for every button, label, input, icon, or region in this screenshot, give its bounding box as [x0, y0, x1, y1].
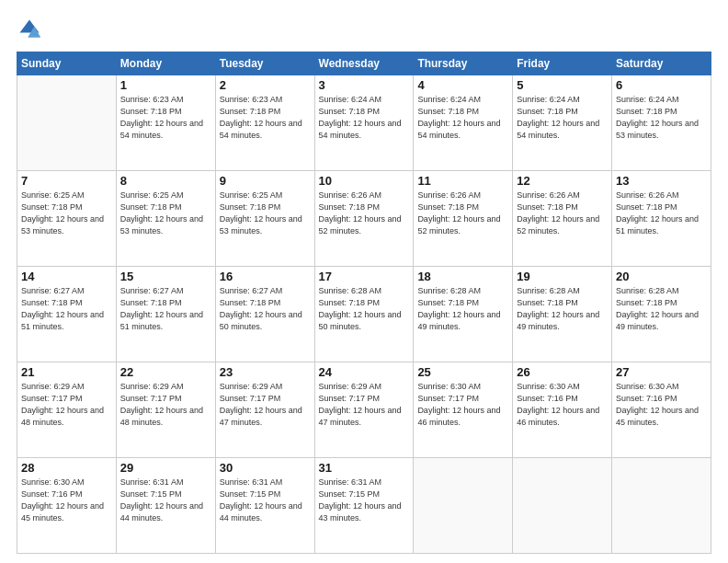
- calendar-cell: 15Sunrise: 6:27 AMSunset: 7:18 PMDayligh…: [116, 267, 215, 362]
- calendar-cell: 13Sunrise: 6:26 AMSunset: 7:18 PMDayligh…: [612, 171, 711, 267]
- calendar-cell: 4Sunrise: 6:24 AMSunset: 7:18 PMDaylight…: [414, 75, 513, 171]
- calendar-cell: 19Sunrise: 6:28 AMSunset: 7:18 PMDayligh…: [513, 267, 612, 362]
- logo-icon: [17, 17, 42, 42]
- logo: [17, 17, 46, 42]
- week-row-0: 1Sunrise: 6:23 AMSunset: 7:18 PMDaylight…: [17, 75, 711, 171]
- day-number: 25: [417, 365, 508, 379]
- calendar-cell: 18Sunrise: 6:28 AMSunset: 7:18 PMDayligh…: [414, 267, 513, 362]
- calendar-cell: 17Sunrise: 6:28 AMSunset: 7:18 PMDayligh…: [314, 267, 414, 362]
- calendar-cell: 14Sunrise: 6:27 AMSunset: 7:18 PMDayligh…: [17, 267, 117, 362]
- day-number: 21: [21, 365, 112, 379]
- calendar-cell: 5Sunrise: 6:24 AMSunset: 7:18 PMDaylight…: [513, 75, 612, 171]
- week-row-2: 14Sunrise: 6:27 AMSunset: 7:18 PMDayligh…: [17, 267, 711, 362]
- calendar-cell: [17, 75, 117, 171]
- day-number: 8: [120, 174, 211, 188]
- calendar-cell: 22Sunrise: 6:29 AMSunset: 7:17 PMDayligh…: [116, 362, 215, 458]
- weekday-header-tuesday: Tuesday: [215, 52, 314, 75]
- calendar-cell: 10Sunrise: 6:26 AMSunset: 7:18 PMDayligh…: [314, 171, 414, 267]
- day-info: Sunrise: 6:30 AMSunset: 7:16 PMDaylight:…: [21, 477, 112, 524]
- calendar-cell: 3Sunrise: 6:24 AMSunset: 7:18 PMDaylight…: [314, 75, 414, 171]
- day-number: 4: [417, 78, 508, 92]
- day-info: Sunrise: 6:24 AMSunset: 7:18 PMDaylight:…: [319, 94, 410, 142]
- weekday-header-friday: Friday: [513, 52, 612, 75]
- day-number: 14: [21, 270, 112, 283]
- calendar-cell: 26Sunrise: 6:30 AMSunset: 7:16 PMDayligh…: [513, 362, 612, 458]
- calendar-cell: 12Sunrise: 6:26 AMSunset: 7:18 PMDayligh…: [513, 171, 612, 267]
- day-number: 17: [319, 270, 410, 283]
- day-info: Sunrise: 6:25 AMSunset: 7:18 PMDaylight:…: [120, 190, 211, 237]
- day-number: 18: [417, 270, 508, 283]
- calendar-cell: 30Sunrise: 6:31 AMSunset: 7:15 PMDayligh…: [215, 458, 314, 554]
- day-info: Sunrise: 6:28 AMSunset: 7:18 PMDaylight:…: [616, 285, 707, 333]
- day-number: 16: [220, 270, 311, 283]
- day-number: 20: [616, 270, 707, 283]
- day-info: Sunrise: 6:29 AMSunset: 7:17 PMDaylight:…: [319, 381, 410, 429]
- calendar-cell: 20Sunrise: 6:28 AMSunset: 7:18 PMDayligh…: [612, 267, 711, 362]
- calendar-cell: 9Sunrise: 6:25 AMSunset: 7:18 PMDaylight…: [215, 171, 314, 267]
- day-info: Sunrise: 6:31 AMSunset: 7:15 PMDaylight:…: [120, 477, 211, 524]
- weekday-header-thursday: Thursday: [414, 52, 513, 75]
- weekday-header-sunday: Sunday: [17, 52, 117, 75]
- day-info: Sunrise: 6:29 AMSunset: 7:17 PMDaylight:…: [120, 381, 211, 429]
- weekday-header-row: SundayMondayTuesdayWednesdayThursdayFrid…: [17, 52, 711, 75]
- day-number: 30: [220, 461, 311, 475]
- calendar-cell: 29Sunrise: 6:31 AMSunset: 7:15 PMDayligh…: [116, 458, 215, 554]
- day-info: Sunrise: 6:29 AMSunset: 7:17 PMDaylight:…: [220, 381, 311, 429]
- day-number: 10: [319, 174, 410, 188]
- calendar-cell: 31Sunrise: 6:31 AMSunset: 7:15 PMDayligh…: [314, 458, 414, 554]
- day-number: 24: [319, 365, 410, 379]
- day-number: 22: [120, 365, 211, 379]
- day-number: 23: [220, 365, 311, 379]
- calendar-cell: 8Sunrise: 6:25 AMSunset: 7:18 PMDaylight…: [116, 171, 215, 267]
- day-number: 15: [120, 270, 211, 283]
- day-number: 28: [21, 461, 112, 475]
- day-info: Sunrise: 6:24 AMSunset: 7:18 PMDaylight:…: [616, 94, 707, 142]
- day-number: 2: [220, 78, 311, 92]
- weekday-header-saturday: Saturday: [612, 52, 711, 75]
- day-info: Sunrise: 6:26 AMSunset: 7:18 PMDaylight:…: [616, 190, 707, 237]
- calendar-cell: 7Sunrise: 6:25 AMSunset: 7:18 PMDaylight…: [17, 171, 117, 267]
- calendar-cell: 11Sunrise: 6:26 AMSunset: 7:18 PMDayligh…: [414, 171, 513, 267]
- calendar-cell: 16Sunrise: 6:27 AMSunset: 7:18 PMDayligh…: [215, 267, 314, 362]
- day-info: Sunrise: 6:31 AMSunset: 7:15 PMDaylight:…: [220, 477, 311, 524]
- calendar-cell: 21Sunrise: 6:29 AMSunset: 7:17 PMDayligh…: [17, 362, 117, 458]
- weekday-header-monday: Monday: [116, 52, 215, 75]
- day-info: Sunrise: 6:27 AMSunset: 7:18 PMDaylight:…: [220, 285, 311, 333]
- calendar-cell: 24Sunrise: 6:29 AMSunset: 7:17 PMDayligh…: [314, 362, 414, 458]
- day-number: 6: [616, 78, 707, 92]
- calendar-cell: 25Sunrise: 6:30 AMSunset: 7:17 PMDayligh…: [414, 362, 513, 458]
- weekday-header-wednesday: Wednesday: [314, 52, 414, 75]
- day-number: 26: [517, 365, 608, 379]
- day-number: 1: [120, 78, 211, 92]
- day-info: Sunrise: 6:26 AMSunset: 7:18 PMDaylight:…: [319, 190, 410, 237]
- calendar-cell: 6Sunrise: 6:24 AMSunset: 7:18 PMDaylight…: [612, 75, 711, 171]
- week-row-4: 28Sunrise: 6:30 AMSunset: 7:16 PMDayligh…: [17, 458, 711, 554]
- calendar-cell: 2Sunrise: 6:23 AMSunset: 7:18 PMDaylight…: [215, 75, 314, 171]
- day-number: 7: [21, 174, 112, 188]
- day-number: 9: [220, 174, 311, 188]
- calendar-cell: 23Sunrise: 6:29 AMSunset: 7:17 PMDayligh…: [215, 362, 314, 458]
- day-info: Sunrise: 6:30 AMSunset: 7:17 PMDaylight:…: [417, 381, 508, 429]
- day-info: Sunrise: 6:23 AMSunset: 7:18 PMDaylight:…: [220, 94, 311, 142]
- calendar-cell: 28Sunrise: 6:30 AMSunset: 7:16 PMDayligh…: [17, 458, 117, 554]
- page: SundayMondayTuesdayWednesdayThursdayFrid…: [0, 0, 728, 563]
- day-info: Sunrise: 6:31 AMSunset: 7:15 PMDaylight:…: [319, 477, 410, 524]
- calendar-cell: [414, 458, 513, 554]
- day-number: 19: [517, 270, 608, 283]
- day-info: Sunrise: 6:27 AMSunset: 7:18 PMDaylight:…: [120, 285, 211, 333]
- week-row-3: 21Sunrise: 6:29 AMSunset: 7:17 PMDayligh…: [17, 362, 711, 458]
- day-info: Sunrise: 6:30 AMSunset: 7:16 PMDaylight:…: [517, 381, 608, 429]
- day-number: 3: [319, 78, 410, 92]
- day-info: Sunrise: 6:24 AMSunset: 7:18 PMDaylight:…: [417, 94, 508, 142]
- day-info: Sunrise: 6:30 AMSunset: 7:16 PMDaylight:…: [616, 381, 707, 429]
- calendar-cell: 27Sunrise: 6:30 AMSunset: 7:16 PMDayligh…: [612, 362, 711, 458]
- day-info: Sunrise: 6:28 AMSunset: 7:18 PMDaylight:…: [517, 285, 608, 333]
- day-info: Sunrise: 6:26 AMSunset: 7:18 PMDaylight:…: [417, 190, 508, 237]
- day-info: Sunrise: 6:27 AMSunset: 7:18 PMDaylight:…: [21, 285, 112, 333]
- calendar-table: SundayMondayTuesdayWednesdayThursdayFrid…: [17, 52, 711, 554]
- week-row-1: 7Sunrise: 6:25 AMSunset: 7:18 PMDaylight…: [17, 171, 711, 267]
- day-number: 13: [616, 174, 707, 188]
- day-info: Sunrise: 6:26 AMSunset: 7:18 PMDaylight:…: [517, 190, 608, 237]
- day-info: Sunrise: 6:25 AMSunset: 7:18 PMDaylight:…: [220, 190, 311, 237]
- day-number: 12: [517, 174, 608, 188]
